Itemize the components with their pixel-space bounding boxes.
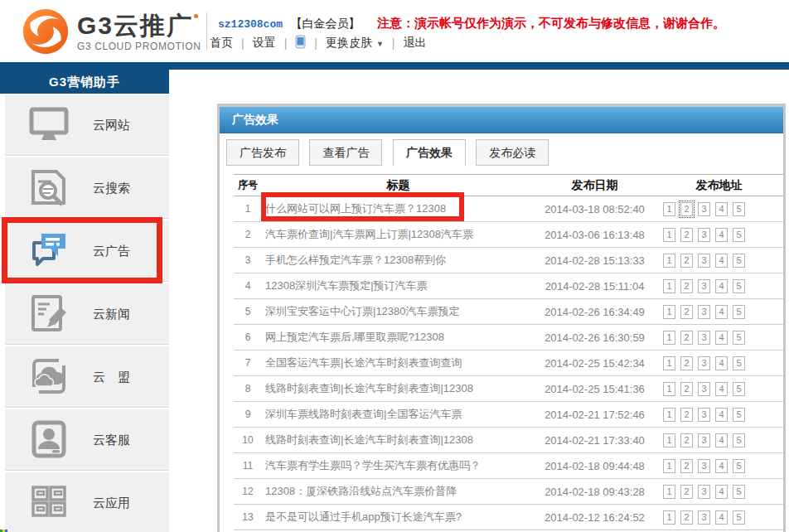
tab-ad-publish[interactable]: 广告发布	[226, 139, 299, 166]
publish-site-link-1[interactable]: 1	[663, 459, 675, 473]
publish-site-link-4[interactable]: 4	[715, 408, 728, 422]
publish-site-link-4[interactable]: 4	[715, 331, 728, 345]
sidebar-item-label: 云客服	[93, 432, 130, 447]
col-header-date: 发布日期	[535, 175, 655, 196]
sidebar-item-cloud-search[interactable]: 云搜索	[5, 157, 169, 219]
publish-site-link-4[interactable]: 4	[715, 510, 728, 525]
nav-home-link[interactable]: 首页	[210, 36, 233, 51]
row-seq: 12	[234, 486, 262, 497]
publish-site-link-3[interactable]: 3	[698, 254, 710, 268]
publish-site-link-4[interactable]: 4	[715, 254, 728, 268]
publish-site-link-5[interactable]: 5	[733, 510, 745, 525]
publish-site-link-2[interactable]: 2	[680, 356, 693, 370]
sidebar-item-cloud-news[interactable]: 云新闻	[5, 283, 169, 345]
publish-site-link-2[interactable]: 2	[680, 331, 693, 345]
publish-site-link-1[interactable]: 1	[663, 433, 675, 447]
publish-site-link-5[interactable]: 5	[733, 305, 745, 319]
publish-site-link-3[interactable]: 3	[698, 279, 710, 293]
publish-site-link-5[interactable]: 5	[733, 356, 745, 370]
nav-mobile-link[interactable]	[295, 35, 306, 51]
publish-site-link-5[interactable]: 5	[733, 408, 745, 422]
publish-site-link-3[interactable]: 3	[698, 331, 710, 345]
publish-site-link-2[interactable]: 2	[680, 305, 693, 319]
publish-site-link-3[interactable]: 3	[698, 305, 710, 319]
sidebar-item-cloud-union[interactable]: 云 盟	[5, 346, 169, 408]
publish-site-link-3[interactable]: 3	[698, 408, 710, 422]
publish-site-link-3[interactable]: 3	[698, 356, 710, 370]
publish-site-link-4[interactable]: 4	[715, 202, 728, 216]
g3-logo-icon	[20, 6, 71, 57]
nav-separator: |	[314, 36, 317, 50]
nav-logout-link[interactable]: 退出	[403, 36, 426, 51]
publish-site-link-5[interactable]: 5	[733, 228, 745, 242]
nav-separator: |	[392, 36, 395, 50]
demo-warning-text: 注意：演示帐号仅作为演示，不可发布与修改信息，谢谢合作。	[377, 16, 725, 30]
publish-site-link-5[interactable]: 5	[733, 485, 745, 499]
publish-site-link-3[interactable]: 3	[698, 202, 710, 216]
sidebar-item-cloud-service[interactable]: 云客服	[5, 409, 169, 471]
publish-site-link-5[interactable]: 5	[733, 279, 745, 293]
publish-site-link-1[interactable]: 1	[663, 510, 675, 525]
publish-site-link-2[interactable]: 2	[680, 382, 693, 396]
publish-site-link-2[interactable]: 2	[680, 485, 693, 499]
publish-site-link-5[interactable]: 5	[733, 382, 745, 396]
account-id: sz12308com	[218, 18, 283, 31]
tab-ad-effect[interactable]: 广告效果	[393, 139, 466, 167]
table-row: 10 线路时刻表查询|长途汽车时刻表查询|12308 2014-02-21 17…	[234, 428, 783, 453]
publish-site-link-1[interactable]: 1	[663, 228, 675, 242]
publish-site-link-2[interactable]: 2	[680, 202, 693, 216]
publish-site-link-5[interactable]: 5	[733, 459, 745, 473]
row-title: 汽车票有学生票吗？学生买汽车票有优惠吗？	[262, 458, 535, 473]
publish-site-link-4[interactable]: 4	[715, 382, 728, 396]
tab-view-ads[interactable]: 查看广告	[309, 139, 382, 166]
col-header-seq: 序号	[234, 175, 262, 196]
table-row: 9 深圳车票线路时刻表查询|全国客运汽车票 2014-02-21 17:52:4…	[234, 402, 783, 428]
publish-site-link-5[interactable]: 5	[733, 331, 745, 345]
sidebar-item-label: 云搜索	[93, 180, 130, 196]
publish-site-link-3[interactable]: 3	[698, 459, 710, 473]
publish-site-link-4[interactable]: 4	[715, 228, 728, 242]
publish-site-link-1[interactable]: 1	[663, 202, 675, 216]
table-row: 11 汽车票有学生票吗？学生买汽车票有优惠吗？ 2014-02-18 09:44…	[234, 453, 783, 479]
publish-site-link-2[interactable]: 2	[680, 254, 693, 268]
publish-site-link-2[interactable]: 2	[680, 408, 693, 422]
publish-site-link-4[interactable]: 4	[715, 305, 728, 319]
table-row: 3 手机怎么样预定汽车票？12308帮到你 2014-02-28 15:13:3…	[234, 248, 783, 273]
publish-site-link-1[interactable]: 1	[663, 408, 675, 422]
publish-site-link-3[interactable]: 3	[698, 485, 710, 499]
publish-site-link-1[interactable]: 1	[663, 485, 675, 499]
publish-site-link-2[interactable]: 2	[680, 433, 693, 447]
publish-site-link-3[interactable]: 3	[698, 228, 710, 242]
publish-site-link-3[interactable]: 3	[698, 510, 710, 525]
publish-site-link-1[interactable]: 1	[663, 254, 675, 268]
publish-site-link-4[interactable]: 4	[715, 433, 728, 447]
publish-site-link-3[interactable]: 3	[698, 382, 710, 396]
publish-site-link-1[interactable]: 1	[663, 279, 675, 293]
sidebar-item-cloud-ads[interactable]: 云广告	[5, 220, 169, 282]
sidebar-item-cloud-apps[interactable]: 云应用	[5, 472, 169, 532]
tab-publish-notes[interactable]: 发布必读	[476, 139, 549, 166]
publish-site-link-4[interactable]: 4	[715, 279, 728, 293]
nav-skin-link[interactable]: 更换皮肤▼	[326, 36, 384, 51]
publish-site-link-2[interactable]: 2	[680, 279, 693, 293]
publish-site-link-2[interactable]: 2	[680, 228, 693, 242]
news-edit-icon	[27, 292, 70, 338]
publish-site-link-4[interactable]: 4	[715, 485, 728, 499]
sidebar-item-cloud-website[interactable]: 云网站	[5, 94, 169, 156]
table-row: 2 汽车票价查询|汽车票网上订票|12308汽车票 2014-03-06 16:…	[234, 222, 783, 248]
publish-site-link-1[interactable]: 1	[663, 305, 675, 319]
publish-site-link-1[interactable]: 1	[663, 331, 675, 345]
nav-settings-link[interactable]: 设置	[253, 36, 276, 51]
publish-site-link-2[interactable]: 2	[680, 510, 693, 525]
row-title: 深圳车票线路时刻表查询|全国客运汽车票	[262, 407, 535, 422]
publish-site-link-5[interactable]: 5	[733, 254, 745, 268]
publish-site-link-3[interactable]: 3	[698, 433, 710, 447]
publish-site-link-1[interactable]: 1	[663, 356, 675, 370]
publish-site-link-5[interactable]: 5	[733, 202, 745, 216]
publish-site-link-5[interactable]: 5	[733, 433, 745, 447]
row-title: 什么网站可以网上预订汽车票？12308	[262, 201, 535, 216]
publish-site-link-4[interactable]: 4	[715, 356, 728, 370]
publish-site-link-4[interactable]: 4	[715, 459, 728, 473]
publish-site-link-1[interactable]: 1	[663, 382, 675, 396]
publish-site-link-2[interactable]: 2	[680, 459, 693, 473]
